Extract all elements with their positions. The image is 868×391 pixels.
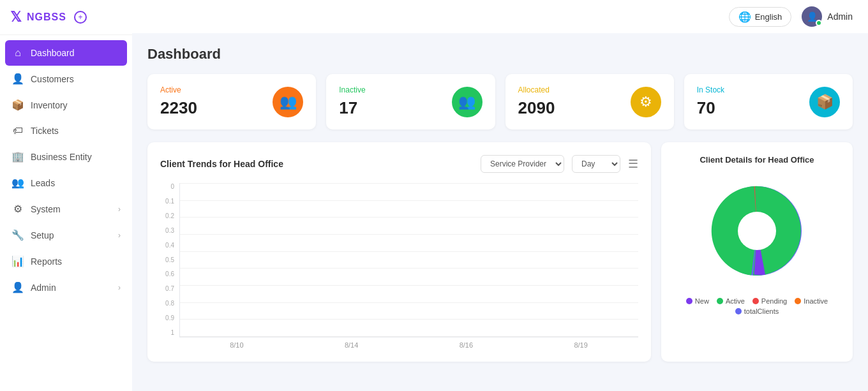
- dashboard-icon: ⌂: [11, 47, 24, 59]
- bar-chart-area: 1 0.9 0.8 0.7 0.6 0.5 0.4 0.3 0.2 0.1 0: [160, 183, 638, 349]
- svg-point-1: [738, 212, 776, 250]
- stat-card-active: Active 2230 👥: [147, 74, 316, 129]
- business-entity-icon: 🏢: [11, 151, 24, 163]
- legend-label-new: New: [695, 297, 709, 305]
- legend-label-total: totalClients: [744, 307, 779, 315]
- legend-dot-inactive: [795, 298, 801, 304]
- sidebar-item-label: Customers: [31, 74, 74, 84]
- page-title: Dashboard: [147, 46, 853, 63]
- bar-chart-title: Client Trends for Head Office: [160, 159, 473, 169]
- stat-icon-allocated: ⚙: [631, 87, 661, 117]
- sidebar-item-label: System: [31, 204, 61, 214]
- chevron-right-icon: ›: [118, 205, 121, 214]
- stat-card-inactive: Inactive 17 👥: [326, 74, 495, 129]
- y-axis: 1 0.9 0.8 0.7 0.6 0.5 0.4 0.3 0.2 0.1 0: [160, 183, 179, 349]
- setup-icon: 🔧: [11, 229, 24, 241]
- admin-icon: 👤: [11, 281, 24, 293]
- pie-legend: New Active Pending Inactive: [674, 297, 840, 315]
- stat-icon-active: 👥: [273, 87, 303, 117]
- logo-icon: 𝕏: [10, 9, 22, 26]
- stat-label-active: Active: [160, 85, 197, 94]
- stat-label-inactive: Inactive: [339, 85, 365, 94]
- sidebar-item-reports[interactable]: 📊 Reports: [0, 248, 132, 274]
- stats-row: Active 2230 👥 Inactive 17 👥 Allocated 20…: [147, 74, 853, 129]
- stat-value-allocated: 2090: [518, 98, 555, 118]
- sidebar-item-label: Setup: [31, 230, 54, 240]
- sidebar-item-label: Business Entity: [31, 152, 92, 162]
- sidebar-item-label: Admin: [31, 283, 56, 293]
- legend-active: Active: [717, 297, 745, 305]
- stat-card-allocated: Allocated 2090 ⚙: [505, 74, 674, 129]
- customers-icon: 👤: [11, 73, 24, 85]
- inventory-icon: 📦: [11, 99, 24, 111]
- sidebar-item-label: Dashboard: [31, 48, 75, 58]
- bars-container: 8/10 8/14 8/16 8/19: [179, 183, 638, 349]
- legend-new: New: [686, 297, 709, 305]
- language-selector[interactable]: 🌐 English: [729, 7, 792, 27]
- sidebar-item-leads[interactable]: 👥 Leads: [0, 170, 132, 196]
- x-labels: 8/10 8/14 8/16 8/19: [179, 337, 638, 349]
- online-dot: [816, 20, 822, 26]
- legend-label-active: Active: [726, 297, 745, 305]
- sidebar-item-label: Inventory: [31, 100, 68, 110]
- bar-chart-card: Client Trends for Head Office Service Pr…: [147, 142, 651, 362]
- system-icon: ⚙: [11, 203, 24, 215]
- chevron-right-icon: ›: [118, 231, 121, 240]
- top-bar: 🌐 English 👤 Admin: [132, 0, 868, 33]
- legend-total-clients: totalClients: [735, 307, 779, 315]
- sidebar-item-setup[interactable]: 🔧 Setup ›: [0, 222, 132, 248]
- language-label: English: [755, 12, 782, 22]
- main-wrapper: 🌐 English 👤 Admin Dashboard Active 2230 …: [132, 0, 868, 391]
- period-select[interactable]: Day Week Month: [572, 155, 620, 173]
- legend-label-inactive: Inactive: [804, 297, 828, 305]
- stat-icon-instock: 📦: [809, 87, 840, 117]
- charts-row: Client Trends for Head Office Service Pr…: [147, 142, 853, 362]
- sidebar-logo: 𝕏 NGBSS: [0, 0, 132, 35]
- pie-chart-card: Client Details for Head Office: [661, 142, 853, 362]
- grid-lines: [180, 183, 638, 337]
- legend-dot-total: [735, 308, 742, 314]
- stat-value-instock: 70: [697, 98, 724, 118]
- sidebar-item-label: Reports: [31, 256, 62, 267]
- stat-icon-inactive: 👥: [452, 87, 483, 117]
- sidebar-item-inventory[interactable]: 📦 Inventory: [0, 92, 132, 118]
- avatar: 👤: [802, 6, 822, 27]
- stat-value-active: 2230: [160, 98, 197, 118]
- sidebar-item-admin[interactable]: 👤 Admin ›: [0, 274, 132, 300]
- stat-value-inactive: 17: [339, 98, 365, 118]
- sidebar-item-business-entity[interactable]: 🏢 Business Entity: [0, 144, 132, 170]
- pie-container: [674, 173, 840, 288]
- sidebar-item-system[interactable]: ⚙ System ›: [0, 196, 132, 222]
- sidebar-item-label: Leads: [31, 178, 55, 188]
- bars-inner: [179, 183, 638, 337]
- legend-inactive: Inactive: [795, 297, 828, 305]
- add-button[interactable]: [74, 11, 87, 24]
- tickets-icon: 🏷: [11, 125, 24, 136]
- legend-label-pending: Pending: [761, 297, 787, 305]
- legend-pending: Pending: [752, 297, 787, 305]
- admin-menu[interactable]: 👤 Admin: [802, 6, 853, 27]
- chevron-right-icon: ›: [118, 283, 121, 292]
- legend-dot-new: [686, 298, 692, 304]
- legend-dot-pending: [752, 298, 759, 304]
- sidebar-item-dashboard[interactable]: ⌂ Dashboard: [5, 40, 127, 66]
- main-content: Dashboard Active 2230 👥 Inactive 17 👥 Al…: [132, 33, 868, 391]
- menu-icon[interactable]: ☰: [628, 157, 638, 171]
- sidebar: 𝕏 NGBSS ⌂ Dashboard 👤 Customers 📦 Invent…: [0, 0, 132, 391]
- stat-card-instock: In Stock 70 📦: [684, 74, 853, 129]
- nav-items: ⌂ Dashboard 👤 Customers 📦 Inventory 🏷 Ti…: [0, 35, 132, 391]
- app-name: NGBSS: [27, 11, 66, 23]
- translate-icon: 🌐: [738, 11, 751, 23]
- bar-chart-header: Client Trends for Head Office Service Pr…: [160, 155, 638, 173]
- sidebar-item-customers[interactable]: 👤 Customers: [0, 66, 132, 92]
- pie-chart-title: Client Details for Head Office: [674, 155, 840, 165]
- service-provider-select[interactable]: Service Provider All: [481, 155, 564, 173]
- legend-dot-active: [717, 298, 723, 304]
- sidebar-item-label: Tickets: [31, 126, 59, 136]
- reports-icon: 📊: [11, 255, 24, 267]
- stat-label-instock: In Stock: [697, 85, 724, 94]
- pie-chart-svg: [700, 173, 814, 288]
- sidebar-item-tickets[interactable]: 🏷 Tickets: [0, 118, 132, 144]
- admin-name: Admin: [827, 11, 853, 22]
- stat-label-allocated: Allocated: [518, 85, 555, 94]
